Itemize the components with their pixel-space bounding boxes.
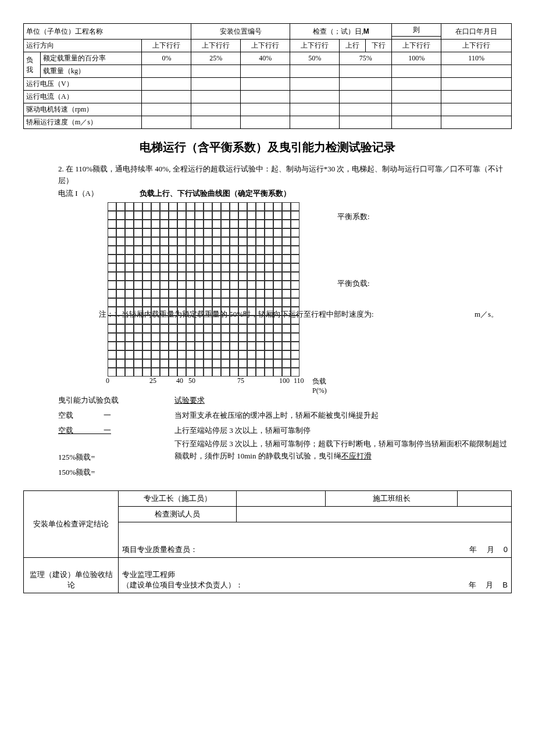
chart-ylabel: 电流 I（A） xyxy=(58,188,98,199)
dn-label: 下行 xyxy=(366,40,392,52)
note1-unit: m／s。 xyxy=(475,310,498,318)
supervisor-line2: （建设单位项目专业技术负责人）： xyxy=(122,581,243,589)
load-row1-a: 空载 xyxy=(58,411,73,420)
chart-grid xyxy=(108,202,299,377)
pct-0: 0% xyxy=(142,52,191,65)
amps-label: 运行电流（A） xyxy=(24,91,142,103)
install-pos-label: 安装位置编号 xyxy=(191,24,290,40)
req-row3-b: 不应打滑 xyxy=(341,452,372,460)
team-leader-label: 施工班组长 xyxy=(326,491,458,507)
updn-6: 上下行行 xyxy=(441,40,512,52)
pct-3: 50% xyxy=(290,52,340,65)
load-row5: 150%额载= xyxy=(58,465,174,480)
balance-load-label: 平衡负载: xyxy=(337,278,370,289)
traction-test-section: 曳引能力试验负载 空载 一 空载 一 125%额载= 150%额载= 试验要求 … xyxy=(58,393,512,480)
load-row1-b: 一 xyxy=(104,411,111,420)
req-row2: 上行至端站停层 3 次以上，轿厢可靠制停 xyxy=(174,423,512,438)
negwo-label: 负我 xyxy=(24,52,41,78)
req-header: 试验要求 xyxy=(174,393,512,408)
install-eval-label: 安装单位检查评定结论 xyxy=(24,491,119,558)
supervisor-line1: 专业监理工程师 xyxy=(122,569,508,580)
month-1: 月 xyxy=(487,545,494,554)
updn-3: 上下行行 xyxy=(290,40,340,52)
chart-xticks: 0 25 40 50 75 100 110 负载 P(%) xyxy=(100,377,298,387)
pct-2: 40% xyxy=(241,52,290,65)
unit-engineering-name-label: 单位（子单位）工程名称 xyxy=(24,24,191,40)
date-blank-label: 在口口年月日 xyxy=(441,24,512,40)
load-row2-a: 空载 xyxy=(58,426,73,435)
year-2: 年 xyxy=(469,581,476,589)
chart-container: 负载上行、下行试验曲线图（确定平衡系数） 电流 I（A） 平衡系数: 平衡负载:… xyxy=(58,188,512,387)
volts-label: 运行电压（V） xyxy=(24,78,142,91)
load-header: 曳引能力试验负载 xyxy=(58,396,119,404)
weight-label: 载重量（kg） xyxy=(41,65,142,78)
updn-2: 上下行行 xyxy=(241,40,290,52)
rule-label: 则 xyxy=(392,24,441,37)
operation-data-table: 单位（子单位）工程名称 安装位置编号 检查（；试）日,M 则 在口口年月日 运行… xyxy=(23,23,512,129)
tester-label: 检查测试人员 xyxy=(119,507,237,522)
month-2: 月 xyxy=(486,581,493,589)
pct-4: 75% xyxy=(340,52,392,65)
year-1: 年 xyxy=(469,545,477,554)
load-row4: 125%额载= xyxy=(58,450,174,465)
pct-6: 110% xyxy=(441,52,512,65)
qc-signed-by: 项目专业质量检查员： xyxy=(122,545,198,554)
pct-5: 100% xyxy=(392,52,441,65)
supervision-eval-label: 监理（建设）单位验收结论 xyxy=(24,558,119,593)
updn-0: 上下行行 xyxy=(142,40,191,52)
speed-label: 轿厢运行速度（m／s） xyxy=(24,116,142,129)
check-date-m: M xyxy=(363,27,369,35)
up-label: 上行 xyxy=(340,40,366,52)
updn-5: 上下行行 xyxy=(392,40,441,52)
page-title: 电梯运行（含平衡系数）及曳引能力检测试验记录 xyxy=(23,139,512,155)
rated-pct-label: 额定载重量的百分率 xyxy=(41,52,142,65)
load-row2-b: 一 xyxy=(104,426,111,435)
updn-1: 上下行行 xyxy=(191,40,241,52)
foreman-label: 专业工长（施工员） xyxy=(119,491,237,507)
chart-title: 负载上行、下行试验曲线图（确定平衡系数） xyxy=(128,188,302,199)
req-row1: 当对重支承在被压缩的缓冲器上时，轿厢不能被曳引绳提升起 xyxy=(174,408,512,423)
rpm-label: 驱动电机转速（rpm） xyxy=(24,103,142,116)
check-date-label: 检查（；试）日, xyxy=(313,27,363,35)
paragraph-1: 2. 在 110%额载，通电持续率 40%, 全程运行的超载运行试验中：起、制动… xyxy=(58,163,512,186)
day-1: 0 xyxy=(504,545,508,554)
balance-coef-label: 平衡系数: xyxy=(337,212,370,222)
direction-label: 运行方向 xyxy=(24,40,142,52)
signoff-table: 安装单位检查评定结论 专业工长（施工员） 施工班组长 检查测试人员 项目专业质量… xyxy=(23,490,512,593)
pct-1: 25% xyxy=(191,52,241,65)
day-2: B xyxy=(502,581,508,589)
